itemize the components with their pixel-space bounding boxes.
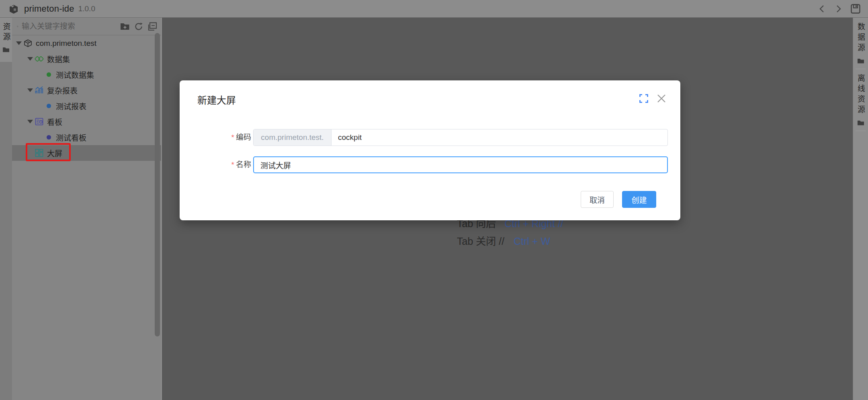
folder-icon [857,58,864,64]
close-icon[interactable] [656,93,667,104]
tab-resources-label: 资源 [1,23,12,43]
package-icon [23,39,33,48]
save-icon[interactable] [850,4,861,14]
explorer-search-row [12,18,161,35]
fullscreen-icon[interactable] [639,94,648,103]
strip-divider [856,131,866,131]
new-bigscreen-dialog: 新建大屏 *编码 com.primeton.test. *名称 取消 创建 [180,80,680,220]
name-field-row: *名称 [180,156,680,173]
folder-icon [2,47,10,53]
resource-tree: com.primeton.test 数据集 测试数据集 复杂报表 [12,35,161,161]
tree-item-label: 测试看板 [56,132,86,143]
tab-offline-resources-label: 离线资源 [855,74,866,116]
tree-item-label: 看板 [47,116,62,127]
tab-datasource[interactable]: 数据源 [853,18,868,64]
search-input[interactable] [22,22,120,31]
tree-item-test-dataset[interactable]: 测试数据集 [12,67,161,82]
caret-down-icon[interactable] [27,120,33,123]
collapse-all-icon[interactable] [147,22,157,31]
name-field-label: *名称 [180,156,251,173]
caret-down-icon[interactable] [27,88,33,92]
new-folder-icon[interactable] [120,23,130,31]
tab-resources[interactable]: 资源 [0,18,12,62]
tree-item-label: 测试报表 [56,101,86,111]
tree-item-test-kanban[interactable]: 测试看板 [12,129,161,145]
screen-icon [35,148,44,158]
report-dot-icon [47,104,51,108]
tree-item-test-report[interactable]: 测试报表 [12,98,161,114]
tree-item-kanban[interactable]: 看板 [12,114,161,129]
create-button[interactable]: 创建 [622,191,656,208]
code-prefix-addon: com.primeton.test. [254,129,332,146]
left-tab-strip: 资源 [0,18,12,400]
code-input[interactable] [332,129,667,146]
tab-offline-resources[interactable]: 离线资源 [853,69,868,126]
search-icon [17,23,18,31]
name-input-wrapper [253,156,668,173]
resource-explorer-panel: com.primeton.test 数据集 测试数据集 复杂报表 [12,18,162,400]
tree-item-label: com.primeton.test [36,39,96,48]
kanban-dot-icon [47,135,51,139]
back-icon[interactable] [817,4,827,14]
explorer-scrollbar[interactable] [155,33,160,336]
tree-item-label: 数据集 [47,53,70,64]
shortcut-label: Tab 关闭 // [457,236,504,247]
dialog-title: 新建大屏 [197,92,236,107]
tree-item-complex-report[interactable]: 复杂报表 [12,82,161,98]
tree-item-package[interactable]: com.primeton.test [12,35,161,51]
report-icon [35,86,44,95]
required-asterisk: * [231,160,234,169]
shortcut-keys: Ctrl + W [514,236,550,247]
tab-datasource-label: 数据源 [855,23,866,54]
logo-icon [8,3,19,14]
dialog-footer: 取消 创建 [180,191,680,208]
caret-down-icon[interactable] [27,57,33,61]
kanban-icon [35,117,44,126]
right-tab-strip: 数据源 离线资源 [853,18,868,400]
cancel-button[interactable]: 取消 [581,191,614,208]
folder-icon [857,120,864,126]
forward-icon[interactable] [833,4,844,14]
code-field-row: *编码 com.primeton.test. [180,129,680,146]
tree-item-label: 测试数据集 [56,69,94,80]
code-input-group: com.primeton.test. [253,129,668,146]
dataset-icon [35,54,44,64]
required-asterisk: * [231,133,234,142]
tree-item-big-screen[interactable]: 大屏 [12,145,161,161]
tree-item-label: 复杂报表 [47,85,78,96]
tree-item-label: 大屏 [47,148,62,158]
name-input[interactable] [254,157,667,172]
app-title: primeton-ide [24,4,74,14]
dataset-dot-icon [47,72,51,77]
tree-item-dataset[interactable]: 数据集 [12,51,161,67]
caret-down-icon[interactable] [16,41,22,45]
code-field-label: *编码 [180,129,251,146]
title-bar: primeton-ide 1.0.0 [0,0,868,18]
refresh-icon[interactable] [134,22,143,31]
shortcut-hint-row: Tab 关闭 // Ctrl + W [457,233,550,248]
app-version: 1.0.0 [78,4,95,13]
